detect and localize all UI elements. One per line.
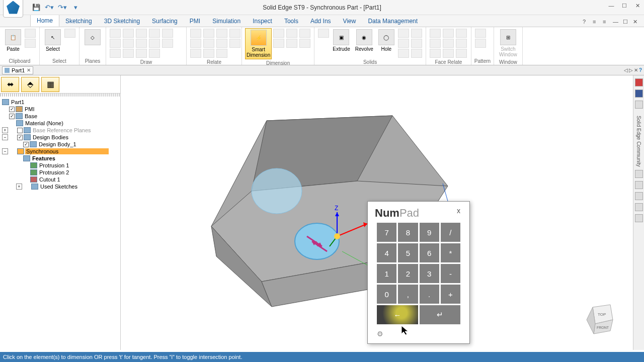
- numpad-8[interactable]: 8: [398, 223, 418, 242]
- numpad-close-button[interactable]: x: [457, 207, 462, 220]
- expand-icon[interactable]: +: [16, 184, 22, 190]
- sol4-button[interactable]: [411, 29, 422, 38]
- revolve-button[interactable]: ◉ Revolve: [353, 28, 375, 53]
- rel7-button[interactable]: [216, 29, 227, 38]
- rect-button[interactable]: [110, 39, 121, 48]
- tree-synchronous[interactable]: −Synchronous: [2, 148, 118, 155]
- expand-icon[interactable]: +: [2, 127, 8, 133]
- numpad-6[interactable]: 6: [420, 243, 439, 262]
- app-menu-button[interactable]: [3, 0, 23, 18]
- sol2-button[interactable]: [398, 39, 409, 48]
- fr7-button[interactable]: [456, 29, 467, 38]
- panel-tool-2[interactable]: ⬘: [21, 77, 39, 92]
- rel6-button[interactable]: [203, 49, 214, 58]
- collapse-icon[interactable]: −: [2, 134, 8, 140]
- numpad-4[interactable]: 4: [377, 243, 396, 262]
- tree-used-sketches[interactable]: +Used Sketches: [2, 183, 118, 190]
- panel-tool-3[interactable]: ▦: [41, 77, 59, 92]
- mdi-close-icon[interactable]: ✕: [633, 19, 641, 27]
- numpad-2[interactable]: 2: [398, 264, 418, 283]
- tab-sketching[interactable]: Sketching: [59, 16, 98, 27]
- collapse-icon[interactable]: −: [2, 148, 8, 154]
- fr5-button[interactable]: [443, 39, 454, 48]
- select-opt-button[interactable]: [64, 29, 75, 38]
- numpad-7[interactable]: 7: [377, 223, 396, 242]
- tab-pmi[interactable]: PMI: [184, 16, 206, 27]
- cylinder-top[interactable]: [252, 168, 302, 214]
- view-cube[interactable]: TOP FRONT: [583, 300, 618, 335]
- circle-button[interactable]: [110, 49, 121, 58]
- fr3-button[interactable]: [430, 49, 441, 58]
- dim1-button[interactable]: [273, 29, 284, 38]
- arc-button[interactable]: [123, 29, 134, 38]
- fr8-button[interactable]: [456, 39, 467, 48]
- right-panel-label[interactable]: Solid Edge Community: [636, 116, 641, 167]
- line-button[interactable]: [110, 29, 121, 38]
- tab-nav-left-icon[interactable]: ◁: [624, 67, 628, 73]
- numpad-comma[interactable]: ,: [398, 285, 418, 304]
- offset-button[interactable]: [149, 29, 160, 38]
- sol3-button[interactable]: [398, 49, 409, 58]
- qat-customize-icon[interactable]: ▾: [70, 3, 80, 13]
- tree-material[interactable]: Material (None): [2, 120, 118, 127]
- panel-icon-5[interactable]: [635, 203, 643, 211]
- fillet-button[interactable]: [136, 29, 147, 38]
- panel-icon-3[interactable]: [635, 181, 643, 189]
- panel-icon-4[interactable]: [635, 192, 643, 200]
- document-tab-part1[interactable]: Part1 ✕: [2, 66, 33, 74]
- close-button[interactable]: ✕: [631, 0, 644, 11]
- undo-icon[interactable]: ↶▾: [44, 3, 54, 13]
- help-icon[interactable]: ?: [583, 19, 591, 27]
- smart-dimension-button[interactable]: ⚡ Smart Dimension: [245, 28, 272, 59]
- sol1-button[interactable]: [398, 29, 409, 38]
- minimize-button[interactable]: —: [605, 0, 618, 11]
- tab-view[interactable]: View: [337, 16, 362, 27]
- maximize-button[interactable]: ☐: [618, 0, 631, 11]
- fr4-button[interactable]: [443, 29, 454, 38]
- paste-button[interactable]: 📋 Paste: [3, 28, 23, 53]
- chamfer-button[interactable]: [136, 39, 147, 48]
- pat1-button[interactable]: [475, 29, 486, 38]
- tab-inspect[interactable]: Inspect: [247, 16, 278, 27]
- numpad-dot[interactable]: .: [420, 285, 439, 304]
- dim2-button[interactable]: [273, 39, 284, 48]
- fr9-button[interactable]: [456, 49, 467, 58]
- dim5-button[interactable]: [299, 29, 310, 38]
- checkbox-icon[interactable]: [17, 128, 23, 133]
- curve-button[interactable]: [123, 39, 134, 48]
- mirror-button[interactable]: [149, 49, 160, 58]
- numpad-divide[interactable]: /: [441, 223, 460, 242]
- facebook-icon[interactable]: [635, 89, 643, 98]
- tab-simulation[interactable]: Simulation: [206, 16, 247, 27]
- numpad-9[interactable]: 9: [420, 223, 439, 242]
- dim4-button[interactable]: [286, 39, 297, 48]
- sol6-button[interactable]: [411, 49, 422, 58]
- tab-home[interactable]: Home: [30, 15, 59, 27]
- planes-button[interactable]: ◇: [83, 28, 103, 47]
- rel4-button[interactable]: [203, 29, 214, 38]
- checkbox-icon[interactable]: ✓: [9, 107, 15, 112]
- tab-tools[interactable]: Tools: [278, 16, 304, 27]
- tree-base[interactable]: ✓Base: [2, 113, 118, 120]
- numpad-0[interactable]: 0: [377, 285, 396, 304]
- redo-icon[interactable]: ↷▾: [57, 3, 67, 13]
- dim6-button[interactable]: [299, 39, 310, 48]
- tree-features[interactable]: Features: [2, 155, 118, 162]
- panel-icon-2[interactable]: [635, 170, 643, 178]
- tree-protrusion-1[interactable]: Protrusion 1: [2, 162, 118, 169]
- tab-surfacing[interactable]: Surfacing: [146, 16, 184, 27]
- checkbox-icon[interactable]: ✓: [17, 135, 23, 140]
- hole-button[interactable]: ◯ Hole: [376, 28, 396, 53]
- tree-cutout-1[interactable]: Cutout 1: [2, 176, 118, 183]
- tree-design-body-1[interactable]: ✓Design Body_1: [2, 141, 118, 148]
- tab-addins[interactable]: Add Ins: [304, 16, 337, 27]
- fr1-button[interactable]: [430, 29, 441, 38]
- select-button[interactable]: ↖ Select: [43, 28, 63, 53]
- numpad-subtract[interactable]: -: [441, 264, 460, 283]
- dim3-button[interactable]: [286, 29, 297, 38]
- ribbon-option-icon[interactable]: ≡: [593, 19, 601, 27]
- save-icon[interactable]: 💾: [31, 3, 41, 13]
- origin-icon[interactable]: [334, 233, 340, 239]
- numpad-enter[interactable]: ↵: [420, 305, 461, 324]
- rel8-button[interactable]: [216, 39, 227, 48]
